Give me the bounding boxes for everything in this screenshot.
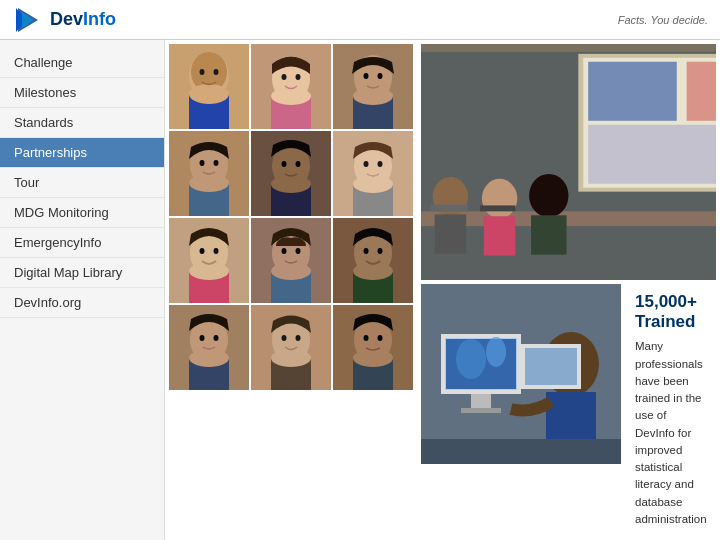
svg-point-39 [378,161,383,167]
svg-point-8 [200,69,205,75]
svg-point-37 [353,175,393,193]
photo-grid [165,40,417,540]
sidebar-item-milestones[interactable]: Milestones [0,78,164,108]
svg-point-38 [364,161,369,167]
svg-point-44 [200,248,205,254]
photo-cell-6 [333,131,413,216]
svg-point-56 [364,248,369,254]
sidebar-item-standards[interactable]: Standards [0,108,164,138]
svg-point-51 [296,248,301,254]
caption-title: 15,000+ Trained [635,292,708,332]
svg-point-57 [378,248,383,254]
photo-caption-row: 15,000+ Trained Many professionals have … [421,284,716,536]
svg-point-103 [456,339,486,379]
svg-rect-92 [531,215,566,254]
svg-rect-96 [421,44,716,52]
svg-point-9 [214,69,219,75]
svg-point-75 [378,335,383,341]
photo-grid-section: 15,000+ Trained Many professionals have … [165,40,720,540]
svg-rect-101 [461,408,501,413]
header: DevInfo Facts. You decide. [0,0,720,40]
sidebar-item-emergency[interactable]: EmergencyInfo [0,228,164,258]
svg-point-26 [200,160,205,166]
photo-cell-12 [333,305,413,390]
svg-rect-94 [431,204,468,211]
svg-rect-95 [480,205,515,211]
svg-point-67 [271,349,311,367]
large-photo [421,44,716,280]
svg-point-14 [282,74,287,80]
sidebar-item-partnerships[interactable]: Partnerships [0,138,164,168]
sidebar-item-mdg[interactable]: MDG Monitoring [0,198,164,228]
sidebar-item-digital-map[interactable]: Digital Map Library [0,258,164,288]
photo-cell-2 [251,44,331,129]
svg-rect-80 [687,62,716,121]
svg-rect-106 [546,392,596,447]
svg-point-27 [214,160,219,166]
svg-point-33 [296,161,301,167]
svg-point-69 [296,335,301,341]
photo-cell-4 [169,131,249,216]
svg-point-25 [189,174,229,192]
caption-box: 15,000+ Trained Many professionals have … [627,284,716,536]
svg-point-104 [486,337,506,367]
svg-point-73 [353,349,393,367]
svg-point-91 [529,174,568,217]
sidebar-item-tour[interactable]: Tour [0,168,164,198]
content-area: 15,000+ Trained Many professionals have … [165,40,720,540]
svg-point-68 [282,335,287,341]
svg-point-20 [364,73,369,79]
logo-area: DevInfo [12,4,116,36]
svg-rect-109 [525,348,577,385]
sidebar-item-devinfo-org[interactable]: DevInfo.org [0,288,164,318]
logo-text: DevInfo [50,9,116,30]
sidebar: Challenge Milestones Standards Partnersh… [0,40,165,540]
svg-point-21 [378,73,383,79]
svg-point-50 [282,248,287,254]
svg-rect-107 [421,439,621,464]
photo-cell-9 [333,218,413,303]
main-photo-area: 15,000+ Trained Many professionals have … [417,40,720,540]
svg-point-31 [271,175,311,193]
tagline: Facts. You decide. [618,14,708,26]
photo-cell-1 [169,44,249,129]
small-photo-2 [421,284,621,464]
svg-point-13 [271,87,311,105]
app-window: DevInfo Facts. You decide. Challenge Mil… [0,0,720,540]
svg-rect-100 [471,394,491,409]
svg-point-74 [364,335,369,341]
svg-point-49 [271,262,311,280]
svg-rect-90 [484,216,516,255]
main-content: Challenge Milestones Standards Partnersh… [0,40,720,540]
caption-text: Many professionals have been trained in … [635,338,708,528]
svg-point-61 [189,349,229,367]
svg-point-19 [353,87,393,105]
photo-cell-10 [169,305,249,390]
svg-point-7 [189,84,229,104]
svg-point-89 [482,179,517,218]
svg-point-45 [214,248,219,254]
photo-cell-5 [251,131,331,216]
svg-point-62 [200,335,205,341]
photo-cell-8 [251,218,331,303]
photo-cell-7 [169,218,249,303]
svg-rect-88 [435,214,467,253]
svg-point-32 [282,161,287,167]
sidebar-item-challenge[interactable]: Challenge [0,48,164,78]
devinfo-logo-icon [12,4,44,36]
svg-point-15 [296,74,301,80]
photo-cell-3 [333,44,413,129]
svg-point-63 [214,335,219,341]
svg-rect-79 [588,62,677,121]
photo-cell-11 [251,305,331,390]
svg-rect-81 [588,125,716,184]
